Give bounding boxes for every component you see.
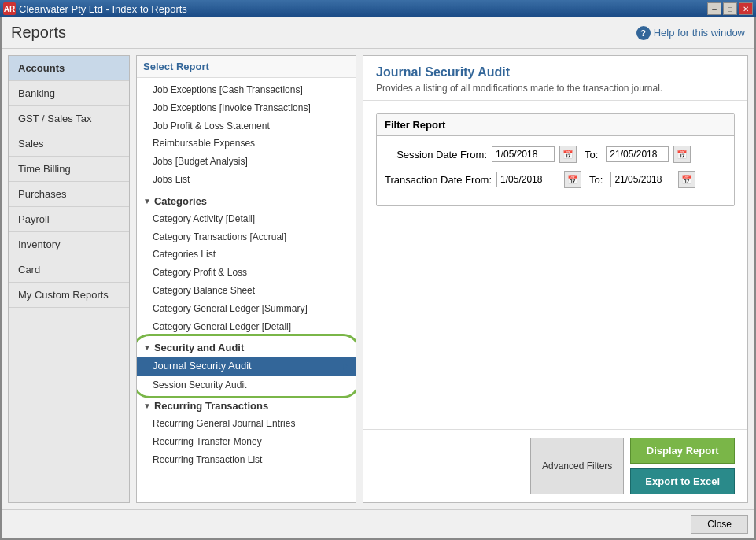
section-label-security: Security and Audit — [154, 342, 244, 353]
sidebar: Accounts Banking GST / Sales Tax Sales T… — [8, 55, 130, 503]
list-item[interactable]: Categories List — [137, 246, 356, 264]
chevron-down-icon: ▼ — [143, 343, 151, 352]
section-label-categories: Categories — [154, 195, 207, 207]
title-bar-left: AR Clearwater Pty Ltd - Index to Reports — [3, 2, 187, 15]
app-icon: AR — [3, 2, 16, 15]
list-item[interactable]: Job Exceptions [Cash Transactions] — [137, 81, 356, 99]
export-to-excel-button[interactable]: Export to Excel — [630, 468, 735, 494]
transaction-to-label: To: — [589, 174, 603, 186]
filter-section: Filter Report Session Date From: 📅 To: 📅… — [376, 113, 735, 206]
sidebar-item-accounts[interactable]: Accounts — [9, 56, 129, 81]
help-button[interactable]: ? Help for this window — [636, 26, 745, 40]
detail-title: Journal Security Audit — [376, 65, 735, 80]
advanced-filters-button[interactable]: Advanced Filters — [530, 438, 624, 494]
chevron-down-icon: ▼ — [143, 401, 151, 410]
chevron-down-icon: ▼ — [143, 197, 151, 205]
close-button[interactable]: Close — [691, 515, 748, 534]
list-item-category-profit-loss[interactable]: Category Profit & Loss — [137, 264, 356, 282]
list-item-journal-security[interactable]: Journal Security Audit ▶ — [137, 357, 356, 375]
list-item[interactable]: Recurring Transaction List — [137, 451, 356, 469]
report-list-panel: Select Report Job Exceptions [Cash Trans… — [136, 55, 356, 503]
session-date-from-input[interactable] — [492, 146, 555, 162]
help-label: Help for this window — [654, 27, 745, 39]
list-item[interactable]: Category Activity [Detail] — [137, 210, 356, 228]
sidebar-item-timebilling[interactable]: Time Billing — [9, 157, 129, 182]
list-item-category-balance-sheet[interactable]: Category Balance Sheet — [137, 282, 356, 300]
transaction-date-to-input[interactable] — [610, 172, 673, 187]
detail-header: Journal Security Audit Provides a listin… — [363, 56, 747, 101]
sidebar-item-purchases[interactable]: Purchases — [9, 182, 129, 207]
detail-panel: Journal Security Audit Provides a listin… — [363, 55, 748, 503]
list-item[interactable]: Job Exceptions [Invoice Transactions] — [137, 99, 356, 117]
help-icon: ? — [636, 26, 651, 40]
sidebar-item-sales[interactable]: Sales — [9, 131, 129, 157]
list-item[interactable]: Category General Ledger [Detail] — [137, 318, 356, 336]
sidebar-item-payroll[interactable]: Payroll — [9, 207, 129, 232]
list-item-session-security[interactable]: Session Security Audit — [137, 376, 356, 394]
sidebar-item-custom-reports[interactable]: My Custom Reports — [9, 283, 129, 308]
list-item[interactable]: Category General Ledger [Summary] — [137, 300, 356, 318]
list-item[interactable]: Jobs List — [137, 171, 356, 189]
maximize-button[interactable]: □ — [723, 2, 737, 15]
section-header-categories[interactable]: ▼ Categories — [137, 192, 356, 210]
detail-description: Provides a listing of all modifications … — [376, 83, 735, 94]
sidebar-item-gst[interactable]: GST / Sales Tax — [9, 106, 129, 131]
window-body: Reports ? Help for this window Accounts … — [0, 17, 756, 540]
arrow-right-icon: ▶ — [343, 361, 349, 372]
list-item[interactable]: Recurring Transfer Money — [137, 433, 356, 451]
minimize-button[interactable]: – — [707, 2, 721, 15]
session-date-to-input[interactable] — [606, 146, 669, 162]
list-item[interactable]: Category Transactions [Accrual] — [137, 228, 356, 246]
title-bar-buttons: – □ ✕ — [707, 2, 753, 15]
list-item[interactable]: Reimbursable Expenses — [137, 135, 356, 153]
report-list-body[interactable]: Job Exceptions [Cash Transactions] Job E… — [137, 78, 356, 502]
content-area: Accounts Banking GST / Sales Tax Sales T… — [2, 49, 754, 509]
section-header-recurring[interactable]: ▼ Recurring Transactions — [137, 397, 356, 415]
security-section-wrapper: ▼ Security and Audit Journal Security Au… — [137, 338, 356, 394]
detail-footer: Advanced Filters Display Report Export t… — [363, 429, 747, 502]
journal-security-label: Journal Security Audit — [153, 359, 252, 373]
sidebar-item-inventory[interactable]: Inventory — [9, 232, 129, 257]
transaction-date-from-input[interactable] — [496, 172, 559, 187]
filter-body: Session Date From: 📅 To: 📅 Transaction D… — [377, 136, 734, 205]
report-list-header: Select Report — [137, 56, 356, 78]
session-date-to-calendar-button[interactable]: 📅 — [673, 146, 691, 163]
sidebar-item-card[interactable]: Card — [9, 257, 129, 283]
sidebar-item-banking[interactable]: Banking — [9, 81, 129, 106]
titlebar-close-button[interactable]: ✕ — [739, 2, 753, 15]
session-date-row: Session Date From: 📅 To: 📅 — [385, 146, 726, 163]
section-label-recurring: Recurring Transactions — [154, 400, 268, 412]
list-item[interactable]: Job Profit & Loss Statement — [137, 117, 356, 135]
session-date-from-calendar-button[interactable]: 📅 — [559, 146, 577, 163]
display-report-button[interactable]: Display Report — [630, 438, 735, 464]
session-to-label: To: — [585, 149, 598, 161]
window-header: Reports ? Help for this window — [2, 17, 754, 49]
list-item[interactable]: Jobs [Budget Analysis] — [137, 153, 356, 171]
window-footer: Close — [2, 509, 754, 538]
title-bar: AR Clearwater Pty Ltd - Index to Reports… — [0, 0, 756, 17]
session-date-label: Session Date From: — [385, 149, 487, 161]
transaction-date-from-calendar-button[interactable]: 📅 — [564, 171, 581, 188]
transaction-date-label: Transaction Date From: — [385, 174, 492, 186]
section-header-security[interactable]: ▼ Security and Audit — [137, 338, 356, 357]
transaction-date-row: Transaction Date From: 📅 To: 📅 — [385, 171, 726, 188]
list-item[interactable]: Recurring General Journal Entries — [137, 415, 356, 433]
transaction-date-to-calendar-button[interactable]: 📅 — [678, 171, 695, 188]
window-title-bar: Clearwater Pty Ltd - Index to Reports — [19, 3, 187, 15]
filter-section-title: Filter Report — [377, 114, 734, 136]
page-title: Reports — [11, 24, 66, 42]
